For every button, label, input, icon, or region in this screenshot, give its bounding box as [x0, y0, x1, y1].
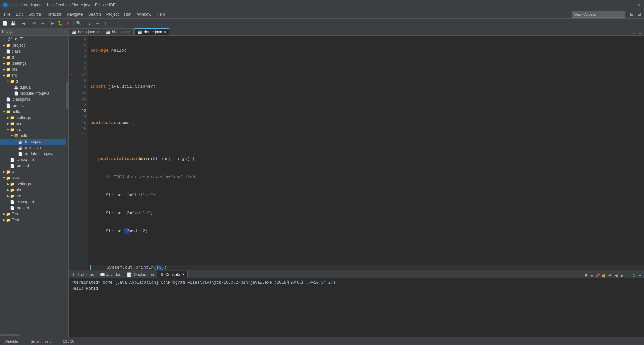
tree-item-d-expand[interactable]: ▼ 📁 d — [0, 78, 66, 84]
maximize-button[interactable]: □ — [629, 2, 635, 8]
tab-bbc-close[interactable]: ✕ — [128, 30, 131, 34]
menu-help[interactable]: Help — [154, 11, 168, 18]
minimize-button[interactable]: ─ — [623, 2, 628, 8]
tree-item-classpath1[interactable]: 📄 .classpath — [0, 96, 66, 102]
run-button[interactable]: ▶ — [49, 20, 56, 27]
eclipse-icon: 🔵 — [3, 2, 8, 8]
tab-dome-close[interactable]: ✕ — [164, 30, 166, 34]
tree-item-bin[interactable]: ▶ 📁 bin — [0, 66, 66, 72]
tree-item-project4[interactable]: 📄 .project — [0, 205, 66, 211]
perspective-button[interactable]: ⊟ — [635, 11, 643, 18]
tree-item-class[interactable]: 📄 class — [0, 48, 66, 54]
debug-button[interactable]: 🐛 — [57, 20, 64, 27]
tree-item-module2[interactable]: 📄 module-info.java — [0, 151, 66, 157]
nav-filter-btn[interactable]: ▼ — [13, 36, 19, 42]
new-button[interactable]: 📄 — [1, 20, 9, 27]
label-bin2: bin — [16, 121, 21, 126]
menu-refactor[interactable]: Refactor — [44, 11, 64, 18]
tab-problems[interactable]: ⚠ Problems — [69, 271, 97, 278]
tree-item-src[interactable]: ▶ 📁 src — [0, 72, 66, 78]
tree-item-domejava[interactable]: ☕ dome.java — [0, 139, 66, 145]
menu-search[interactable]: Search — [86, 11, 104, 18]
tab-declaration[interactable]: 📝 Declaration — [124, 271, 157, 278]
navigator-hscroll[interactable] — [0, 333, 68, 337]
tab-console[interactable]: 🖥 Console ✕ — [157, 271, 188, 278]
gutter-7: ● — [69, 72, 75, 78]
tree-item-hello-pkg[interactable]: ▼ 📦 hello — [0, 133, 66, 139]
code-editor[interactable]: ● 1 2 3 4 5 6 7⊖ 8 — [69, 36, 644, 270]
stop-button[interactable]: ■ — [65, 20, 72, 27]
tree-item-module1[interactable]: 📄 module-info.java — [0, 90, 66, 96]
navigator-scrollbar[interactable] — [66, 42, 68, 333]
tab-minimize-btn[interactable]: ⤢ — [631, 30, 637, 35]
navigator-close[interactable]: ✕ — [64, 30, 66, 33]
tree-item-project3[interactable]: 📄 .project — [0, 163, 66, 169]
console-close-icon[interactable]: ✕ — [182, 273, 185, 276]
tab-javadoc[interactable]: 📖 Javadoc — [97, 271, 124, 278]
tree-item-classpath2[interactable]: 📄 .classpath — [0, 157, 66, 163]
tree-item-classpath3[interactable]: 📄 .classpath — [0, 199, 66, 205]
nav-menu-btn[interactable]: ☰ — [19, 36, 25, 42]
redo-button[interactable]: ↪ — [38, 20, 46, 27]
close-button[interactable]: ✕ — [636, 2, 641, 8]
layout-button[interactable]: ⊞ — [628, 11, 635, 18]
tree-item-settings[interactable]: ▶ 📁 .settings — [0, 60, 66, 66]
step-return-button[interactable]: ↑ — [102, 20, 109, 27]
tree-item-www[interactable]: ▼ 📁 www — [0, 175, 66, 181]
tree-item-settings2[interactable]: ▶ 📁 .settings — [0, 115, 66, 121]
tree-item-tes[interactable]: ▶ 📁 Tes — [0, 211, 66, 217]
menu-file[interactable]: File — [1, 11, 13, 18]
tab-maximize-btn[interactable]: □ — [637, 30, 643, 35]
tab-dome[interactable]: ☕ dome.java ✕ — [134, 28, 169, 35]
nav-collapse-btn[interactable]: ⤢ — [1, 36, 7, 42]
step-into-button[interactable]: ↓ — [86, 20, 93, 27]
tree-item-project1[interactable]: ▶ 📁 .project — [0, 42, 66, 48]
menu-source[interactable]: Source — [25, 11, 44, 18]
console-word-wrap-btn[interactable]: ↵ — [607, 273, 612, 278]
print-button[interactable]: 🖨 — [20, 20, 27, 27]
tree-item-bin3[interactable]: ▶ 📁 bin — [0, 187, 66, 193]
status-position: 13 : 30 — [61, 339, 76, 343]
console-minimize-btn[interactable]: _ — [625, 273, 631, 278]
tree-item-w[interactable]: ▶ 📁 w — [0, 169, 66, 175]
status-sep-2 — [57, 339, 57, 344]
step-over-button[interactable]: → — [94, 20, 101, 27]
tree-item-test[interactable]: ▶ 📁 Test — [0, 217, 66, 223]
quick-access-field[interactable]: Quick Access — [572, 11, 625, 18]
search-button[interactable]: 🔍 — [75, 20, 83, 27]
tree-item-hello-root[interactable]: ▼ 📁 hello — [0, 109, 66, 115]
console-scroll-lock-btn[interactable]: 🔒 — [601, 273, 606, 278]
menu-project[interactable]: Project — [104, 11, 121, 18]
console-next-btn[interactable]: ▶ — [619, 273, 625, 278]
console-maximize-btn[interactable]: □ — [631, 273, 637, 278]
label-settings2: .settings — [16, 115, 31, 120]
console-terminated-text: <terminated> dome [Java Application] C:\… — [71, 280, 335, 285]
save-button[interactable]: 💾 — [9, 20, 17, 27]
console-clear-btn[interactable]: ✖ — [583, 273, 588, 278]
nav-link-btn[interactable]: 🔗 — [7, 36, 13, 42]
console-menu-btn[interactable]: ● — [637, 273, 643, 278]
tree-item-src3[interactable]: ▶ 📁 src — [0, 193, 66, 199]
code-line-5: public class dome { — [90, 120, 644, 126]
tree-item-hellojava[interactable]: ☕ hello.java — [0, 145, 66, 151]
code-content[interactable]: package hello; import java.util.Scanner;… — [88, 36, 644, 270]
tree-item-bin2[interactable]: ▶ 📁 bin — [0, 121, 66, 127]
console-pin-btn[interactable]: 📌 — [595, 273, 600, 278]
console-prev-btn[interactable]: ◀ — [613, 273, 619, 278]
console-terminate-btn[interactable]: ■ — [589, 273, 594, 278]
menu-run[interactable]: Run — [121, 11, 134, 18]
arrow-test: ▶ — [2, 218, 6, 222]
menu-navigate[interactable]: Navigate — [64, 11, 85, 18]
menu-window[interactable]: Window — [134, 11, 154, 18]
tree-item-settings3[interactable]: ▶ 📁 .settings — [0, 181, 66, 187]
navigator-scrollbar-thumb[interactable] — [66, 82, 68, 109]
undo-button[interactable]: ↩ — [30, 20, 38, 27]
tab-hello-close[interactable]: ✕ — [97, 30, 99, 34]
tree-item-djava[interactable]: ☕ d.java — [0, 84, 66, 90]
tab-hello[interactable]: ☕ hello.java ✕ — [69, 28, 102, 35]
tab-bbc[interactable]: ☕ bbc.java ✕ — [103, 28, 134, 35]
menu-edit[interactable]: Edit — [13, 11, 25, 18]
tree-item-d[interactable]: ▶ 📁 d — [0, 54, 66, 60]
tree-item-project2[interactable]: 📄 .project — [0, 102, 66, 109]
tree-item-src2[interactable]: ▼ 📁 src — [0, 127, 66, 133]
